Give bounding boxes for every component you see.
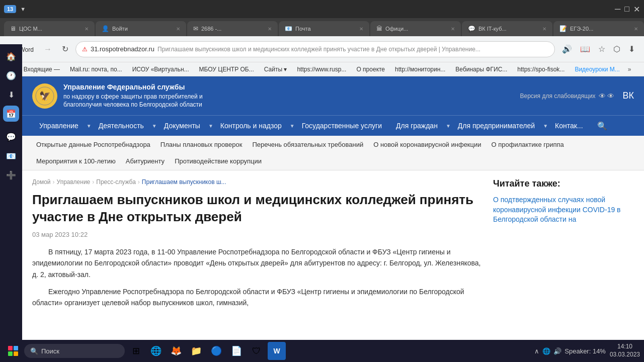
site-header-right: Версия для слабовидящих 👁 👁 ВК <box>520 90 634 101</box>
bookmark-spo[interactable]: https://spo-fisok... <box>513 65 569 74</box>
taskbar-right: ∧ 🌐 🔊 Speaker: 14% 14:10 03.03.2023 <box>534 343 640 358</box>
subnav-100[interactable]: Мероприятия к 100-летию <box>32 155 120 167</box>
subnav-requirements[interactable]: Перечень обязательных требований <box>248 139 367 150</box>
nav-deyat[interactable]: Деятельность ▼ <box>92 116 157 136</box>
taskbar-edge-icon[interactable]: 🌐 <box>147 342 165 360</box>
tab-close-4-icon[interactable]: ✕ <box>359 26 363 32</box>
bookmark-isou[interactable]: ИСОУ «Виртуальн... <box>128 65 193 74</box>
taskbar-pdf-icon[interactable]: 📄 <box>227 342 246 360</box>
sidebar-downloads-icon[interactable]: ⬇ <box>3 86 19 103</box>
taskbar-search[interactable]: 🔍 Поиск <box>24 344 125 358</box>
nav-gos-link[interactable]: Государственные услуги <box>295 116 389 136</box>
nav-docs-link[interactable]: Документы <box>157 116 207 136</box>
taskbar-word-icon[interactable]: W <box>268 342 286 360</box>
refresh-button[interactable]: ↻ <box>59 42 71 56</box>
nav-gos[interactable]: Государственные услуги <box>295 116 389 136</box>
tab-close-3-icon[interactable]: ✕ <box>268 26 272 32</box>
tab-ofici[interactable]: 🏛 Офици... ✕ <box>370 21 461 36</box>
tab-pochta[interactable]: 📧 Почта ✕ <box>279 21 369 36</box>
taskbar-clock[interactable]: 14:10 03.03.2023 <box>610 343 640 358</box>
tab-cos[interactable]: 🖥 ЦОС М... ✕ <box>4 21 95 36</box>
tab-mail[interactable]: ✉ 2686 -... ✕ <box>187 21 278 36</box>
nav-bar: ← Word → ↻ ⚠ 31.rospotrebnadzor.ru Пригл… <box>0 36 644 62</box>
subnav-flu[interactable]: О профилактике гриппа <box>488 139 568 150</box>
reader-button[interactable]: 📖 <box>577 42 593 56</box>
nav-kontak-link[interactable]: Контак... <box>548 116 590 136</box>
bookmark-project[interactable]: О проекте <box>352 65 389 74</box>
forward-button[interactable]: → <box>41 43 55 56</box>
content-sidebar: Читайте также: О подтвержденных случаях … <box>493 178 634 315</box>
tab-counter: 13 <box>4 5 16 13</box>
nav-upravlenie-link[interactable]: Управление <box>32 116 86 136</box>
tab-close-icon[interactable]: ✕ <box>85 26 89 32</box>
accessibility-link[interactable]: Версия для слабовидящих 👁 👁 <box>520 92 615 100</box>
minimize-btn[interactable]: ─ <box>615 5 620 14</box>
tab-close-5-icon[interactable]: ✕ <box>451 26 455 32</box>
sidebar-chat-icon[interactable]: 💬 <box>3 129 19 145</box>
sidebar-calendar-icon[interactable]: 📅 <box>3 106 19 122</box>
tab-voiti[interactable]: 👤 Войти ✕ <box>96 21 186 36</box>
subnav-abitu[interactable]: Абитуриенту <box>122 155 169 167</box>
subnav-open-data[interactable]: Открытые данные Роспотребнадзора <box>32 139 154 150</box>
breadcrumb-sep-1: › <box>53 178 55 186</box>
nav-upravlenie[interactable]: Управление ▼ <box>32 116 92 136</box>
nav-search-btn[interactable]: 🔍 <box>590 116 614 136</box>
breadcrumb: Домой › Управление › Пресс-служба › Приг… <box>32 178 483 186</box>
breadcrumb-press[interactable]: Пресс-служба <box>96 178 136 186</box>
tab-close-6-icon[interactable]: ✕ <box>542 26 546 32</box>
tray-expand-icon[interactable]: ∧ <box>534 347 539 355</box>
bookmark-mail[interactable]: Mail.ru: почта, по... <box>66 65 126 74</box>
start-button[interactable] <box>4 342 22 360</box>
subnav-covid[interactable]: О новой коронавирусной инфекции <box>369 139 485 150</box>
download-button[interactable]: ⬇ <box>625 42 638 56</box>
breadcrumb-home[interactable]: Домой <box>32 178 51 186</box>
nav-grazh-link[interactable]: Для граждан <box>389 116 445 136</box>
breadcrumb-upravlenie[interactable]: Управление <box>57 178 91 186</box>
taskbar-antivirus-icon[interactable]: 🛡 <box>248 342 266 360</box>
bookmark-video[interactable]: Видеоуроки М... <box>571 65 623 74</box>
sidebar-email-icon[interactable]: 📧 <box>3 148 19 164</box>
bookmark-sites[interactable]: Сайты ▾ <box>260 65 291 74</box>
tab-ege[interactable]: 📝 ЕГЭ-20... ✕ <box>553 21 644 36</box>
taskbar-files-icon[interactable]: 📁 <box>187 342 205 360</box>
read-aloud-button[interactable]: 🔊 <box>559 42 575 56</box>
tab-close-2-icon[interactable]: ✕ <box>176 26 180 32</box>
nav-kontrol[interactable]: Контроль и надзор ▼ <box>213 116 295 136</box>
read-also-item-1[interactable]: О подтвержденных случаях новой коронавир… <box>493 195 634 225</box>
nav-pred-link[interactable]: Для предпринимателей <box>451 116 542 136</box>
bookmark-mboy[interactable]: МБОУ ЦЕНТР ОБ... <box>195 65 258 74</box>
collections-button[interactable]: ⬡ <box>610 42 623 56</box>
nav-kontak[interactable]: Контак... <box>548 116 590 136</box>
url-bar[interactable]: ⚠ 31.rospotrebnadzor.ru Приглашаем выпус… <box>75 41 555 57</box>
nav-grazh[interactable]: Для граждан ▼ <box>389 116 451 136</box>
subnav-anti-corr[interactable]: Противодействие коррупции <box>171 155 266 167</box>
speaker-icon: 🔊 <box>562 45 572 53</box>
search-icon[interactable]: 🔍 <box>590 117 614 135</box>
bookmark-rusp[interactable]: https://www.rusp... <box>293 65 350 74</box>
nav-kontrol-link[interactable]: Контроль и надзор <box>213 116 289 136</box>
nav-deyat-link[interactable]: Деятельность <box>92 116 151 136</box>
eye-icons: 👁 👁 <box>599 92 615 100</box>
vk-link[interactable]: ВК <box>623 90 634 101</box>
tab-vk[interactable]: 💬 ВК IT-куб... ✕ <box>462 21 552 36</box>
nav-pred[interactable]: Для предпринимателей ▼ <box>451 116 548 136</box>
subnav-plans[interactable]: Планы плановых проверок <box>156 139 247 150</box>
bookmark-monitor[interactable]: http://мониторин... <box>391 65 449 74</box>
taskbar-chrome-icon[interactable]: 🔵 <box>207 342 225 360</box>
tab-bar: 🖥 ЦОС М... ✕ 👤 Войти ✕ ✉ 2686 -... ✕ 📧 П… <box>0 18 644 36</box>
tab-close-7-icon[interactable]: ✕ <box>634 26 638 32</box>
article-date: 03 мар 2023 10:22 <box>32 231 483 238</box>
bookmark-vebinary[interactable]: Вебинары ФГИС... <box>451 65 511 74</box>
taskbar-windows-icon[interactable]: ⊞ <box>127 342 145 360</box>
sidebar-home-icon[interactable]: 🏠 <box>3 48 19 64</box>
sidebar-history-icon[interactable]: 🕐 <box>3 67 19 83</box>
tray-volume-icon[interactable]: 🔊 <box>553 347 561 355</box>
nav-docs[interactable]: Документы ▼ <box>157 116 213 136</box>
close-btn[interactable]: ✕ <box>633 5 640 14</box>
breadcrumb-sep-3: › <box>138 178 140 186</box>
sidebar-add-icon[interactable]: ➕ <box>3 167 19 183</box>
maximize-btn[interactable]: □ <box>624 5 629 14</box>
favorites-button[interactable]: ☆ <box>595 42 608 56</box>
tray-network-icon[interactable]: 🌐 <box>542 347 550 355</box>
taskbar-firefox-icon[interactable]: 🦊 <box>167 342 185 360</box>
